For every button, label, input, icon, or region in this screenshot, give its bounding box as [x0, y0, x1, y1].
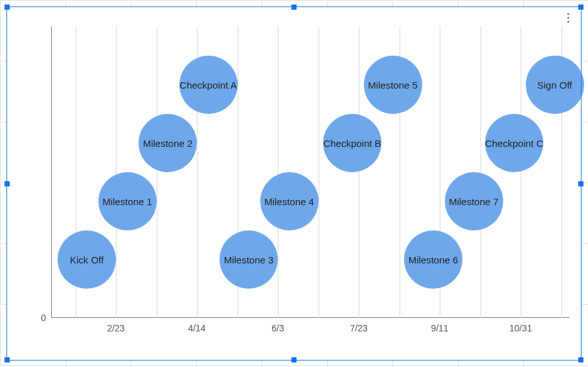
bubble-label: Kick Off	[70, 254, 104, 265]
x-tick-label: 10/31	[509, 318, 532, 333]
gridline	[116, 27, 117, 318]
x-tick-label: 6/3	[271, 318, 284, 333]
bubble-label: Milestone 4	[264, 196, 314, 207]
plot-area: 0 2/234/146/37/239/1110/31Kick OffMilest…	[51, 27, 569, 318]
more-vertical-icon	[567, 12, 569, 23]
gridline	[521, 27, 521, 318]
chart-menu-button[interactable]	[561, 11, 574, 24]
y-tick-0: 0	[41, 313, 51, 323]
bubble[interactable]: Checkpoint B	[323, 114, 381, 172]
x-tick-label: 2/23	[107, 318, 124, 333]
bubble-label: Sign Off	[537, 80, 572, 91]
bubble-label: Checkpoint C	[485, 138, 543, 149]
x-axis-line	[51, 317, 569, 318]
y-axis-line	[51, 27, 52, 318]
chart-object[interactable]: 0 2/234/146/37/239/1110/31Kick OffMilest…	[6, 6, 582, 361]
bubble[interactable]: Milestone 6	[404, 230, 462, 289]
x-tick-label: 7/23	[350, 318, 367, 333]
bubble-label: Milestone 3	[224, 254, 274, 265]
bubble-label: Milestone 1	[102, 196, 152, 207]
bubble-label: Milestone 2	[143, 138, 193, 149]
bubble[interactable]: Milestone 4	[260, 172, 319, 230]
bubble-label: Milestone 5	[368, 80, 418, 91]
bubble[interactable]: Milestone 3	[220, 230, 278, 289]
bubble-label: Checkpoint B	[323, 138, 381, 149]
bubble[interactable]: Milestone 5	[364, 56, 422, 114]
bubble-label: Milestone 6	[409, 254, 458, 265]
gridline	[359, 27, 359, 318]
bubble[interactable]: Kick Off	[58, 230, 116, 289]
x-tick-label: 9/11	[431, 318, 448, 333]
bubble-label: Milestone 7	[449, 196, 499, 207]
gridline	[481, 27, 481, 318]
bubble[interactable]: Sign Off	[526, 56, 584, 114]
gridline	[278, 27, 278, 318]
bubble[interactable]: Milestone 7	[445, 172, 503, 230]
bubble[interactable]: Checkpoint C	[485, 114, 543, 172]
bubble-label: Checkpoint A	[179, 80, 236, 91]
bubble[interactable]: Milestone 1	[98, 172, 157, 230]
x-tick-label: 4/14	[188, 318, 205, 333]
gridline	[157, 27, 157, 318]
bubble[interactable]: Milestone 2	[139, 114, 197, 172]
bubble[interactable]: Checkpoint A	[179, 56, 238, 114]
gridline	[319, 27, 319, 318]
